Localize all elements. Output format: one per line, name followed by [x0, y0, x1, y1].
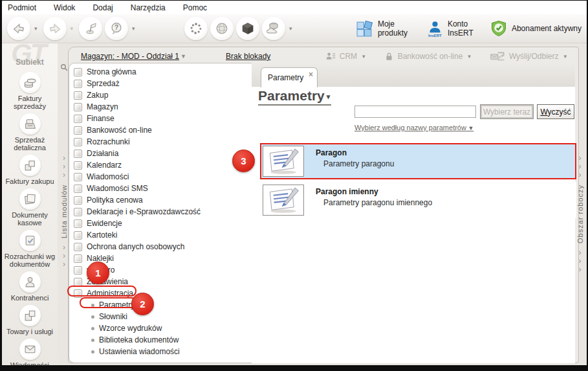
clear-button[interactable]: Wyczyść — [537, 104, 574, 119]
nav-item[interactable]: Biblioteka dokumentów — [69, 334, 252, 346]
messages-received-icon — [19, 339, 41, 360]
forward-button[interactable] — [43, 17, 67, 40]
nav-item[interactable]: Parametry — [69, 299, 252, 311]
nav-item[interactable]: Działania — [69, 148, 252, 159]
expand-chevron-icon[interactable]: › — [63, 260, 65, 269]
expand-chevron-icon[interactable]: › — [579, 265, 582, 274]
module-button[interactable]: Wiadomości odebrane — [2, 337, 58, 371]
services-group: ▾ — [184, 17, 296, 40]
annotation-step-3: 3 — [232, 150, 255, 172]
nav-history-group: ▾ ▾ ? ▾ — [7, 17, 138, 40]
cloud-data-button[interactable] — [262, 17, 285, 40]
settlements-by-documents-icon — [19, 230, 41, 251]
nav-item[interactable]: Strona główna — [69, 66, 252, 78]
module-button[interactable]: Towary i usługi — [2, 304, 58, 337]
forward-dropdown-caret-icon[interactable]: ▾ — [71, 25, 74, 32]
parameter-list: Paragon Parametry paragonu Paragon imien… — [260, 143, 577, 221]
parameter-row[interactable]: Paragon Parametry paragonu — [260, 143, 576, 179]
module-button[interactable]: Dokumenty kasowe — [2, 187, 58, 229]
flag-button[interactable] — [79, 17, 102, 40]
subscription-status-button[interactable]: Abonament aktywny — [490, 20, 582, 37]
expand-chevron-icon[interactable]: › — [579, 171, 582, 179]
nav-item[interactable]: Ewidencje — [69, 218, 252, 229]
banking-lock-icon — [384, 51, 394, 62]
goods-services-icon — [19, 305, 41, 326]
nav-item-icon — [74, 138, 82, 146]
my-products-label: Moje produkty — [378, 19, 413, 38]
module-button[interactable]: Faktury sprzedaży — [2, 71, 58, 112]
purchase-invoices-icon — [19, 155, 41, 176]
nav-item[interactable]: Ustawienia wiadomości — [69, 346, 252, 357]
filter-by-name-link[interactable]: Wybierz według nazwy parametrów ▼ — [354, 124, 474, 131]
parameter-search-input[interactable] — [354, 106, 476, 118]
app-window: Podmiot Widok Dodaj Narzędzia Pomoc ▾ ▾ … — [0, 0, 588, 371]
module-button[interactable]: Sprzedaż detaliczna — [2, 112, 58, 153]
my-products-button[interactable]: Moje produkty — [356, 19, 413, 38]
gear-dots-button[interactable] — [184, 17, 208, 40]
svg-text:?: ? — [114, 24, 118, 31]
subscription-label: Abonament aktywny — [512, 24, 582, 33]
retail-sales-icon — [19, 113, 41, 135]
warehouse-selector-link[interactable]: Magazyn: - MOD - Oddział 1 — [81, 52, 179, 61]
page-title[interactable]: Parametry ▾ — [258, 88, 331, 106]
nav-item[interactable]: Kalendarz — [69, 159, 252, 171]
workspace: Parametry × Parametry ▾ Wybierz teraz Wy… — [252, 63, 575, 363]
module-button[interactable]: Rozrachunki wg dokumentów — [2, 229, 58, 270]
pin-icon[interactable] — [60, 63, 68, 71]
nav-item[interactable]: Bankowość on-line — [69, 124, 252, 136]
nav-item[interactable]: Ochrona danych osobowych — [69, 241, 252, 253]
online-banking-toggle[interactable]: Bankowość on-line▾ — [384, 51, 474, 62]
nav-item[interactable]: Wiadomości SMS — [69, 183, 252, 194]
nav-item[interactable]: Rozrachunki — [69, 136, 252, 148]
module-button[interactable]: Kontrahenci — [2, 270, 58, 304]
cloud-database-icon — [266, 21, 281, 36]
nav-item[interactable]: Wiadomości — [69, 171, 252, 183]
lock-status-link[interactable]: Brak blokady — [226, 52, 270, 61]
tab-parametry[interactable]: Parametry × — [261, 67, 318, 87]
cube-button[interactable] — [236, 17, 259, 40]
parameter-row[interactable]: Paragon imienny Parametry paragonu imien… — [260, 182, 576, 218]
help-button[interactable]: ? — [105, 17, 128, 40]
module-button[interactable]: Faktury zakupu — [2, 153, 58, 187]
globe-button[interactable] — [210, 17, 234, 40]
nav-item[interactable]: Polityka cenowa — [69, 194, 252, 206]
menu-podmiot[interactable]: Podmiot — [8, 3, 36, 12]
crm-toggle[interactable]: CRM▾ — [325, 51, 369, 62]
annotation-step-1: 1 — [87, 262, 109, 284]
send-receive-button[interactable]: Wyślij/Odbierz▾ — [490, 51, 570, 62]
cloud-dropdown-caret-icon[interactable]: ▾ — [289, 25, 292, 32]
nav-item[interactable]: Deklaracje i e-Sprawozdawczość — [69, 206, 252, 218]
nav-sub-bullet-icon — [91, 304, 94, 307]
menu-widok[interactable]: Widok — [54, 3, 75, 12]
nav-item-icon — [74, 173, 82, 181]
insert-account-button[interactable]: InsERT Konto InsERT — [427, 19, 476, 38]
nav-sub-bullet-icon — [91, 327, 94, 330]
nav-item[interactable]: Zakup — [69, 89, 252, 101]
navigation-list: Strona główna Sprzedaż Zakup — [69, 66, 252, 357]
choose-now-button[interactable]: Wybierz teraz — [480, 104, 534, 119]
cube-icon — [241, 21, 255, 36]
annotation-step-2: 2 — [131, 293, 154, 315]
nav-item[interactable]: Słowniki — [69, 311, 252, 322]
nav-item[interactable]: Administracja — [69, 287, 252, 299]
back-button[interactable] — [7, 17, 30, 40]
module-list: Faktury sprzedaży Sprzedaż detaliczna Fa… — [2, 71, 58, 371]
contractors-icon — [19, 271, 41, 293]
tab-close-icon[interactable]: × — [309, 71, 313, 78]
menu-dodaj[interactable]: Dodaj — [93, 3, 113, 12]
nav-item-icon — [74, 243, 82, 251]
back-dropdown-caret-icon[interactable]: ▾ — [34, 25, 38, 32]
menu-pomoc[interactable]: Pomoc — [183, 3, 207, 12]
nav-item[interactable]: Finanse — [69, 113, 252, 124]
module-sidebar: GT Subiekt Faktury sprzedaży Sprzedaż de… — [2, 43, 58, 365]
expand-chevron-icon[interactable]: › — [63, 171, 65, 179]
nav-item[interactable]: Sprzedaż — [69, 78, 252, 89]
heading-caret-icon: ▾ — [325, 93, 331, 100]
nav-item[interactable]: Magazyn — [69, 101, 252, 113]
nav-item[interactable]: Wzorce wydruków — [69, 322, 252, 334]
menu-narzedzia[interactable]: Narzędzia — [131, 3, 166, 12]
workspace-area-strip[interactable]: › › › Obszar roboczy › › › — [574, 63, 585, 356]
help-dropdown-caret-icon[interactable]: ▾ — [132, 25, 135, 32]
nav-item[interactable]: Kartoteki — [69, 229, 252, 241]
warehouse-caret-icon[interactable]: ▼ — [180, 53, 186, 60]
